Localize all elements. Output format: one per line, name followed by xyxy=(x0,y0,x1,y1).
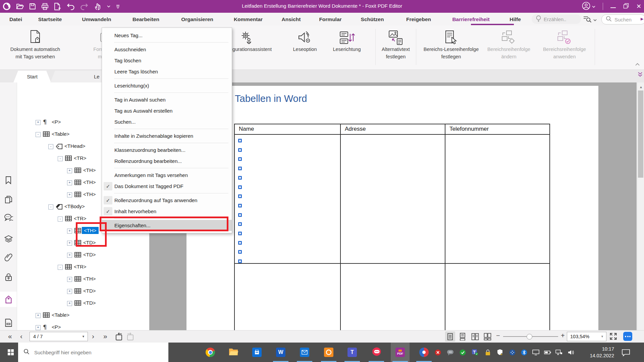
sidebar-item-bookmarks[interactable] xyxy=(0,172,17,188)
tree-expand-icon[interactable]: + xyxy=(67,241,72,246)
minimize-button[interactable] xyxy=(610,7,616,8)
menu-kommentar[interactable]: Kommentar xyxy=(234,15,263,24)
zoom-slider-thumb[interactable] xyxy=(527,334,532,340)
tree-row[interactable]: +<TD> xyxy=(17,298,141,309)
context-menu-item[interactable]: Leserichtung(x) xyxy=(102,80,232,91)
tree-expand-icon[interactable]: + xyxy=(36,120,41,125)
assistant-button[interactable] xyxy=(623,332,632,341)
context-menu-item[interactable]: Tag löschen xyxy=(102,55,232,66)
tab-start[interactable]: Start xyxy=(13,71,51,82)
restore-button[interactable] xyxy=(623,3,629,10)
page-indicator[interactable]: 4 / 7 ▼ xyxy=(30,332,88,341)
tray-bluetooth[interactable] xyxy=(519,343,529,362)
tray-vpn-lock[interactable] xyxy=(483,343,493,362)
tree-node[interactable]: <TH> xyxy=(83,179,96,185)
tree-node[interactable]: <TH> xyxy=(83,167,96,173)
tree-row[interactable]: +<TH> xyxy=(17,274,141,285)
zoom-out-button[interactable]: − xyxy=(496,332,500,340)
tree-expand-icon[interactable]: + xyxy=(67,301,72,306)
sidebar-item-content[interactable] xyxy=(0,315,17,330)
taskbar-app-teams[interactable]: T xyxy=(343,343,362,362)
tree-node[interactable]: <P> xyxy=(52,324,61,330)
zoom-level-box[interactable]: 103,54% ▼ xyxy=(567,332,606,341)
context-menu-item[interactable]: Das Dokument ist Tagged PDF✓ xyxy=(102,181,232,192)
first-page-button[interactable]: « xyxy=(8,332,12,340)
tree-node[interactable]: <TD> xyxy=(83,288,96,294)
tray-chat-status[interactable] xyxy=(445,343,455,362)
ribbon-doc-tag-button[interactable]: Dokument automatischmit Tags versehen xyxy=(2,27,69,60)
tree-row[interactable]: +<TD> xyxy=(17,250,141,260)
facing-continuous-view-button[interactable] xyxy=(482,331,492,342)
last-page-button[interactable]: » xyxy=(103,332,107,340)
context-menu-item[interactable]: Tag aus Auswahl erstellen xyxy=(102,105,232,116)
sidebar-item-security[interactable] xyxy=(0,269,17,285)
tree-node[interactable]: <P> xyxy=(52,119,61,125)
tree-expand-icon[interactable]: + xyxy=(67,229,72,234)
tree-node[interactable]: <TH> xyxy=(83,191,96,197)
document-scrollbar[interactable]: ▲ xyxy=(637,82,644,330)
taskbar-search[interactable] xyxy=(18,343,168,362)
context-menu-item[interactable]: Suchen... xyxy=(102,116,232,127)
tree-collapse-icon[interactable]: - xyxy=(58,217,63,222)
context-menu-item[interactable]: Inhalt hervorheben✓ xyxy=(102,206,232,217)
menu-schützen[interactable]: Schützen xyxy=(361,15,384,24)
tray-volume[interactable] xyxy=(566,343,576,362)
tree-row[interactable]: -<TR> xyxy=(17,262,141,273)
taskbar-app-word[interactable]: W xyxy=(271,343,290,362)
tree-node[interactable]: <THead> xyxy=(64,143,86,149)
taskbar-app-microsoft-store[interactable] xyxy=(248,343,266,362)
expand-panel-chevrons[interactable] xyxy=(638,72,643,78)
zoom-in-button[interactable]: + xyxy=(561,332,565,340)
tree-expand-icon[interactable]: + xyxy=(36,313,41,318)
sidebar-item-tags[interactable] xyxy=(0,292,17,307)
sidebar-item-attachments[interactable] xyxy=(0,249,17,265)
taskbar-app-file-explorer[interactable] xyxy=(224,343,243,362)
tree-node[interactable]: <TR> xyxy=(74,264,87,269)
tree-node[interactable]: <TD> xyxy=(83,300,96,306)
tray-ethernet[interactable] xyxy=(554,343,564,362)
start-button[interactable] xyxy=(3,343,18,362)
context-menu-item[interactable]: Inhalte in Zwischenablage kopieren xyxy=(102,130,232,141)
previous-page-button[interactable]: ‹ xyxy=(20,332,22,340)
tray-teams-status[interactable] xyxy=(470,343,480,362)
menu-umwandeln[interactable]: Umwandeln xyxy=(82,15,111,24)
tray-app-error[interactable] xyxy=(433,343,443,362)
menu-barrierefreiheit[interactable]: Barrierefreiheit xyxy=(452,15,489,24)
taskbar-clock[interactable]: 10:17 14.02.2022 xyxy=(579,343,614,362)
tree-node[interactable]: <TBody> xyxy=(64,203,85,209)
context-menu-item[interactable]: Tag in Auswahl suchen xyxy=(102,94,232,105)
tree-node[interactable]: <TR> xyxy=(74,155,87,161)
context-menu-item[interactable]: Rollenzuordnung auf Tags anwenden✓ xyxy=(102,195,232,206)
tree-expand-icon[interactable]: + xyxy=(36,325,41,330)
context-menu-item[interactable]: Klassenzuordnung bearbeiten... xyxy=(102,144,232,156)
tree-expand-icon[interactable]: + xyxy=(67,277,72,282)
taskbar-search-input[interactable] xyxy=(34,349,149,356)
tree-node[interactable]: <TH> xyxy=(83,276,96,282)
tray-security-warning[interactable] xyxy=(495,343,505,362)
menu-freigeben[interactable]: Freigeben xyxy=(406,15,431,24)
tree-node[interactable]: <TR> xyxy=(74,216,87,221)
tree-collapse-icon[interactable]: - xyxy=(36,132,41,137)
tree-collapse-icon[interactable]: - xyxy=(48,204,53,209)
taskbar-app-capture-tool[interactable] xyxy=(415,343,433,362)
tree-collapse-icon[interactable]: - xyxy=(58,156,63,161)
ribbon-alt-text-button[interactable]: Alternativtextfestlegen xyxy=(376,27,416,60)
continuous-view-button[interactable] xyxy=(458,331,468,342)
tree-row[interactable]: +<TD> xyxy=(17,286,141,297)
single-page-view-button[interactable] xyxy=(445,331,455,342)
tree-expand-icon[interactable]: + xyxy=(67,289,72,294)
tree-collapse-icon[interactable]: - xyxy=(48,144,53,149)
ribbon-speaker-button[interactable]: Leseoption xyxy=(286,27,324,53)
next-view-button[interactable] xyxy=(125,333,135,342)
ribbon-region-read-button[interactable]: Bereichs-Lesereihenfolgefestlegen xyxy=(416,27,486,60)
tree-node[interactable]: <Table> xyxy=(52,131,69,137)
action-center-icon[interactable] xyxy=(621,348,631,358)
context-menu-item[interactable]: Rollenzuordnung bearbeiten... xyxy=(102,156,232,167)
tray-external-display[interactable] xyxy=(531,343,541,362)
collapse-ribbon-button[interactable] xyxy=(635,61,640,67)
sidebar-item-pages[interactable] xyxy=(0,192,17,207)
facing-view-button[interactable] xyxy=(470,331,480,342)
next-page-button[interactable]: › xyxy=(92,332,94,340)
menu-ansicht[interactable]: Ansicht xyxy=(282,15,301,24)
tree-expand-icon[interactable]: + xyxy=(67,192,72,197)
